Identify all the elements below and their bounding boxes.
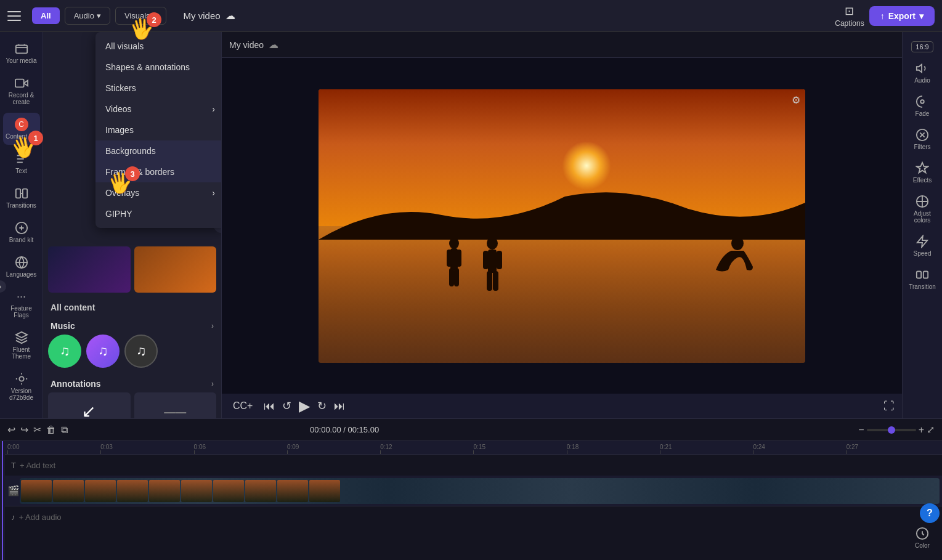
svg-rect-18 (457, 250, 461, 267)
export-button[interactable]: ↑ Export ▾ (869, 6, 935, 26)
music-section-header: Music › (48, 315, 216, 335)
music-title: Music (51, 321, 75, 331)
dropdown-item-images[interactable]: Images (95, 120, 222, 140)
dropdown-item-all-visuals[interactable]: All visuals (95, 36, 222, 57)
right-item-fade[interactable]: Fade (904, 90, 940, 122)
right-item-speed[interactable]: Speed (904, 230, 940, 262)
playhead-line (2, 441, 3, 560)
hamburger-button[interactable] (7, 6, 27, 26)
thumb-3 (85, 480, 116, 502)
svg-rect-20 (454, 268, 459, 286)
thumb-2 (53, 480, 84, 502)
music-icon-3[interactable]: ♫ (124, 335, 158, 368)
skip-forward-button[interactable]: ⏭ (334, 400, 345, 413)
tab-all-button[interactable]: All (32, 7, 60, 24)
sidebar-item-text[interactable]: Text (3, 147, 40, 179)
fade-icon (916, 95, 929, 108)
expand-timeline-button[interactable]: ⤢ (927, 424, 935, 436)
add-text-row[interactable]: T + Add text (5, 455, 942, 476)
sidebar-item-feature-flags[interactable]: ··· Feature Flags (3, 285, 40, 323)
ruler-mark-5: 0:15 (473, 444, 566, 454)
sidebar-item-your-media[interactable]: Your media (3, 37, 40, 69)
svg-rect-19 (449, 268, 454, 286)
video-settings-icon[interactable]: ⚙ (792, 94, 800, 106)
video-track-clip[interactable] (20, 478, 940, 504)
text-icon-small: T (11, 461, 16, 470)
zoom-slider-thumb[interactable] (888, 426, 895, 434)
left-panel: All visuals Shapes & annotations Sticker… (43, 32, 222, 418)
captions-button[interactable]: ⊡ Captions (835, 4, 864, 28)
annot-thumb-2[interactable]: —— (134, 392, 217, 418)
timeline-tracks: (function(){ const marks = ["0:00","0:03… (5, 441, 942, 560)
media-thumb-1[interactable] (48, 246, 131, 293)
zoom-in-button[interactable]: + (919, 424, 924, 436)
zoom-out-button[interactable]: − (858, 424, 864, 436)
music-show-more-button[interactable]: › (211, 322, 214, 330)
dropdown-item-overlays[interactable]: Overlays › (95, 182, 222, 203)
annotations-show-more-button[interactable]: › (211, 379, 214, 388)
svg-rect-7 (22, 189, 26, 198)
right-item-effects[interactable]: Effects (904, 156, 940, 189)
sidebar-item-record-create[interactable]: Record & create (3, 71, 40, 110)
thumb-9 (277, 480, 308, 502)
dropdown-item-frames-borders[interactable]: Frames & borders (95, 161, 222, 182)
undo-button[interactable]: ↩ (7, 424, 15, 436)
right-item-transition[interactable]: Transition (904, 263, 940, 295)
forward-5s-button[interactable]: ↻ (317, 399, 327, 413)
duplicate-button[interactable]: ⧉ (61, 424, 68, 436)
tab-visuals-button[interactable]: Visuals ▾ (115, 7, 166, 25)
sidebar-item-languages[interactable]: Languages (3, 251, 40, 283)
zoom-slider[interactable] (867, 429, 916, 431)
dropdown-item-videos[interactable]: Videos › (95, 99, 222, 120)
current-time: 00:00.00 (310, 425, 341, 434)
skip-back-button[interactable]: ⏮ (264, 400, 275, 413)
aspect-ratio-badge[interactable]: 16:9 (911, 41, 933, 52)
media-thumb-2[interactable] (134, 246, 217, 293)
music-icons-row: ♫ ♫ ♫ (48, 335, 216, 368)
sidebar-left: Your media Record & create C Content Fly… (0, 32, 43, 418)
right-item-adjust-colors[interactable]: Adjust colors (904, 190, 940, 229)
globe-icon (15, 256, 28, 269)
topbar-mid: My video ☁ (171, 10, 830, 22)
music-icon-2[interactable]: ♫ (86, 335, 120, 368)
panel-content: All content Music › ♫ ♫ ♫ Annotations › (43, 241, 221, 418)
total-time: 00:15.00 (348, 425, 380, 434)
dropdown-item-shapes-annotations[interactable]: Shapes & annotations (95, 57, 222, 78)
dropdown-item-stickers[interactable]: Stickers (95, 78, 222, 99)
play-button[interactable]: ▶ (299, 397, 310, 415)
film-icon (15, 42, 28, 55)
svg-rect-17 (447, 250, 452, 267)
dots-icon: ··· (17, 290, 26, 303)
cc-button[interactable]: CC+ (229, 399, 256, 413)
redo-button[interactable]: ↪ (20, 424, 28, 436)
sidebar-item-brand-kit[interactable]: Brand kit (3, 216, 40, 248)
right-item-audio[interactable]: Audio (904, 57, 940, 89)
cloud-icon: ☁ (225, 10, 235, 22)
add-audio-row[interactable]: ♪ + Add audio (5, 506, 942, 527)
chevron-right-icon: › (211, 322, 214, 330)
video-container: ⚙ (222, 58, 902, 394)
sidebar-item-content-fly[interactable]: C Content Fly (3, 113, 40, 145)
svg-rect-34 (917, 272, 921, 278)
fullscreen-button[interactable]: ⛶ (883, 400, 895, 413)
dropdown-item-giphy[interactable]: GIPHY (95, 203, 222, 224)
ruler-mark-9: 0:27 (847, 444, 940, 454)
cut-button[interactable]: ✂ (33, 424, 41, 436)
annot-thumb-1[interactable]: ↗ (48, 392, 131, 418)
sidebar-item-version[interactable]: Version d72b9de (3, 367, 40, 406)
music-icon-1[interactable]: ♫ (48, 335, 81, 368)
rewind-5s-button[interactable]: ↺ (282, 399, 291, 413)
project-title: My video ☁ (184, 10, 235, 22)
delete-button[interactable]: 🗑 (46, 424, 56, 436)
timeline-time-display: 00:00.00 / 00:15.00 (310, 425, 379, 434)
thumb-6 (181, 480, 212, 502)
right-item-filters[interactable]: Filters (904, 123, 940, 155)
right-panel: 16:9 Audio Fade Filters Ef (902, 32, 942, 418)
chevron-right-icon: › (211, 379, 214, 388)
sidebar-item-fluent-theme[interactable]: Fluent Theme (3, 326, 40, 365)
cloud-sync-icon: ☁ (269, 39, 278, 51)
dropdown-item-backgrounds[interactable]: Backgrounds (95, 140, 222, 161)
sidebar-item-transitions[interactable]: Transitions (3, 182, 40, 214)
tab-audio-button[interactable]: Audio ▾ (65, 7, 110, 25)
timeline-ruler: (function(){ const marks = ["0:00","0:03… (5, 441, 942, 455)
